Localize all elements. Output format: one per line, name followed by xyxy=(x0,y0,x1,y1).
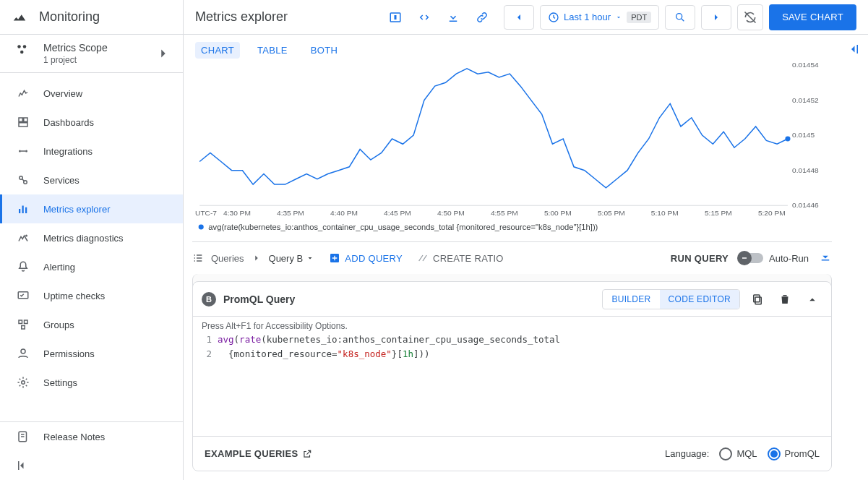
sidebar-item-permissions[interactable]: Permissions xyxy=(0,339,183,368)
svg-rect-3 xyxy=(19,118,22,121)
trash-icon xyxy=(778,293,791,306)
tab-table[interactable]: TABLE xyxy=(252,42,293,59)
panel-toggle-button[interactable] xyxy=(384,6,407,29)
sidebar-item-overview[interactable]: Overview xyxy=(0,79,183,108)
svg-rect-12 xyxy=(25,207,27,213)
query-card-header: B PromQL Query BUILDER CODE EDITOR xyxy=(193,282,831,317)
query-area: B PromQL Query BUILDER CODE EDITOR Press… xyxy=(192,274,832,471)
groups-icon xyxy=(16,318,30,331)
sidebar-item-alerting[interactable]: Alerting xyxy=(0,252,183,281)
svg-point-18 xyxy=(21,349,25,353)
svg-text:avg(rate(kubernetes_io:anthos_: avg(rate(kubernetes_io:anthos_container_… xyxy=(208,223,598,231)
sidebar-item-integrations[interactable]: Integrations xyxy=(0,137,183,166)
sidebar-item-metrics-explorer[interactable]: Metrics explorer xyxy=(0,194,183,223)
save-chart-button[interactable]: SAVE CHART xyxy=(769,4,856,30)
save-chart-label: SAVE CHART xyxy=(782,12,843,22)
bars-icon xyxy=(16,87,30,100)
expand-right-panel-button[interactable] xyxy=(839,35,868,64)
monitoring-logo-icon xyxy=(12,9,27,25)
sidebar-item-groups[interactable]: Groups xyxy=(0,310,183,339)
link-button[interactable] xyxy=(470,6,494,29)
add-query-button[interactable]: ADD QUERY xyxy=(329,252,403,264)
collapse-queries-button[interactable] xyxy=(819,251,832,266)
code-editor-tab[interactable]: CODE EDITOR xyxy=(660,290,739,309)
sidebar-item-uptime-checks[interactable]: Uptime checks xyxy=(0,281,183,310)
nav-item-label: Permissions xyxy=(43,348,95,359)
svg-line-29 xyxy=(745,12,756,22)
language-selector: Language: MQL PromQL xyxy=(665,447,820,460)
tab-chart[interactable]: CHART xyxy=(195,42,240,59)
nav-item-label: Services xyxy=(43,175,80,186)
sidebar-item-settings[interactable]: Settings xyxy=(0,368,183,397)
time-nav-group xyxy=(504,5,534,30)
time-next-button[interactable] xyxy=(705,6,728,29)
auto-run-label: Auto-Run xyxy=(769,253,809,264)
builder-tab[interactable]: BUILDER xyxy=(603,290,659,309)
svg-text:4:30 PM: 4:30 PM xyxy=(223,209,251,217)
sidebar-item-services[interactable]: Services xyxy=(0,166,183,194)
content: CHART TABLE BOTH 0.014460.014480.01450.0… xyxy=(184,35,841,480)
nav-item-label: Settings xyxy=(43,377,77,388)
run-query-button[interactable]: RUN QUERY xyxy=(671,253,729,264)
chevron-right-icon xyxy=(252,253,262,263)
collapse-sidebar-button[interactable] xyxy=(0,451,183,480)
copy-query-button[interactable] xyxy=(747,289,768,309)
sidebar: Monitoring Metrics Scope 1 project Overv… xyxy=(0,0,184,480)
query-selector[interactable]: Query B xyxy=(269,253,315,264)
sidebar-item-release-notes[interactable]: Release Notes xyxy=(0,422,183,451)
svg-text:4:40 PM: 4:40 PM xyxy=(330,209,358,217)
link-icon xyxy=(476,11,489,24)
metrics-scope-button[interactable]: Metrics Scope 1 project xyxy=(0,35,183,73)
query-badge: B xyxy=(202,292,216,307)
time-range-label: Last 1 hour xyxy=(564,12,611,22)
auto-refresh-off-button[interactable] xyxy=(737,4,763,30)
ratio-icon xyxy=(417,252,429,264)
services-icon xyxy=(16,173,30,187)
sidebar-item-metrics-diagnostics[interactable]: Metrics diagnostics xyxy=(0,223,183,252)
zoom-group xyxy=(665,5,695,30)
svg-line-28 xyxy=(682,19,684,21)
queries-label: Queries xyxy=(211,253,244,264)
search-icon xyxy=(674,12,686,23)
nav-item-label: Metrics explorer xyxy=(43,204,110,215)
time-prev-button[interactable] xyxy=(507,6,530,29)
create-ratio-button[interactable]: CREATE RATIO xyxy=(417,252,504,264)
page-title: Metrics explorer xyxy=(195,9,378,25)
svg-text:5:00 PM: 5:00 PM xyxy=(544,209,572,217)
integ-icon xyxy=(16,145,30,158)
svg-rect-23 xyxy=(18,461,20,470)
lang-mql-radio[interactable]: MQL xyxy=(719,447,757,460)
caret-down-icon xyxy=(615,14,622,21)
time-range-button[interactable]: Last 1 hour PDT xyxy=(540,5,659,30)
code-editor[interactable]: 12 avg(rate(kubernetes_io:anthos_contain… xyxy=(193,333,831,436)
nav: OverviewDashboardsIntegrationsServicesMe… xyxy=(0,73,183,421)
release-notes-label: Release Notes xyxy=(43,432,105,442)
chevron-right-icon xyxy=(710,12,722,23)
svg-text:UTC-7: UTC-7 xyxy=(195,209,217,217)
example-queries-button[interactable]: EXAMPLE QUERIES xyxy=(205,448,312,459)
svg-rect-17 xyxy=(22,326,25,330)
sidebar-item-dashboards[interactable]: Dashboards xyxy=(0,108,183,137)
person-icon xyxy=(16,347,30,360)
download-icon xyxy=(447,11,460,24)
sync-off-icon xyxy=(743,10,757,25)
lang-promql-radio[interactable]: PromQL xyxy=(768,447,820,460)
nav-item-label: Metrics diagnostics xyxy=(43,233,124,244)
diag-icon xyxy=(16,231,30,244)
svg-point-49 xyxy=(785,136,790,141)
download-button[interactable] xyxy=(442,6,465,29)
auto-run-toggle[interactable] xyxy=(739,253,763,263)
svg-rect-10 xyxy=(19,209,20,213)
tab-both[interactable]: BOTH xyxy=(305,42,343,59)
add-query-label: ADD QUERY xyxy=(345,253,403,264)
zoom-button[interactable] xyxy=(669,6,692,29)
svg-point-50 xyxy=(199,225,204,230)
svg-rect-25 xyxy=(395,15,397,20)
json-button[interactable] xyxy=(413,6,436,29)
nav-item-label: Groups xyxy=(43,320,74,330)
delete-query-button[interactable] xyxy=(775,289,795,309)
collapse-card-button[interactable] xyxy=(802,289,822,309)
scope-subtitle: 1 project xyxy=(43,55,108,65)
caret-down-icon xyxy=(306,254,314,262)
svg-point-27 xyxy=(676,13,682,19)
